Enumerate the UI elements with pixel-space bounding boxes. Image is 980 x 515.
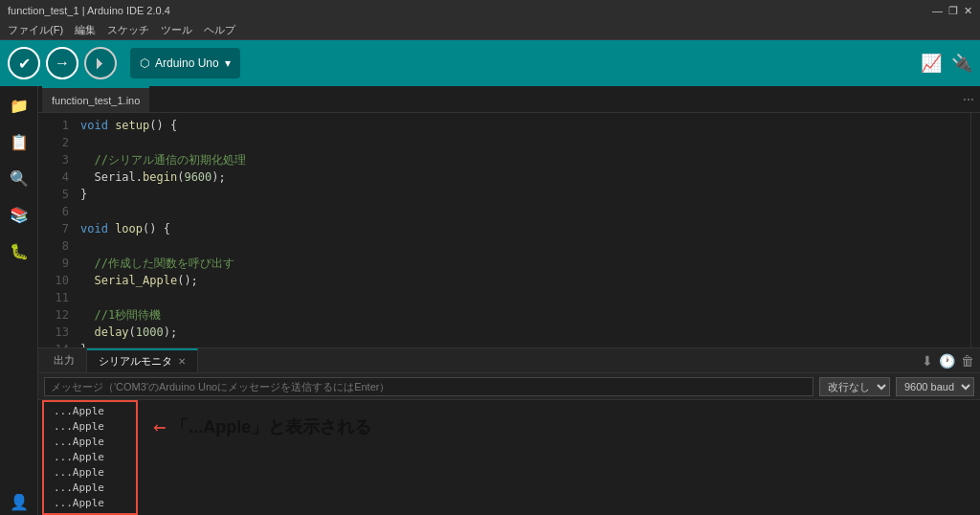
menu-tools[interactable]: ツール [161,23,192,37]
sidebar-icon-debug[interactable]: 🐛 [6,237,33,264]
file-tab[interactable]: function_test_1.ino [42,86,149,112]
minimize-button[interactable]: — [932,5,943,17]
sidebar-icon-library[interactable]: 📚 [6,201,33,228]
code-line-2 [73,134,970,151]
scroll-down-icon[interactable]: ⬇ [922,353,933,369]
serial-line: ...Apple [54,435,972,450]
serial-monitor-tab-close[interactable]: ✕ [178,356,186,367]
restore-button[interactable]: ❐ [948,5,958,17]
serial-lines: ...Apple...Apple...Apple...Apple...Apple… [46,404,972,515]
upload-button[interactable]: → [46,47,78,79]
title-bar-title: function_test_1 | Arduino IDE 2.0.4 [8,5,170,16]
code-line-1: void setup() { [73,117,970,134]
serial-monitor-button[interactable]: 🔌 [951,53,972,74]
trash-icon[interactable]: 🗑 [961,353,974,369]
serial-plot-button[interactable]: 📈 [921,53,942,74]
serial-line: ...Apple [54,465,972,481]
serial-output: ...Apple...Apple...Apple...Apple...Apple… [38,400,980,515]
code-line-4: Serial.begin(9600); [73,168,970,186]
sidebar-icon-board[interactable]: 📋 [6,128,33,155]
board-icon: ⬡ [140,56,149,70]
menu-file[interactable]: ファイル(F) [8,23,63,37]
sidebar: 📁 📋 🔍 📚 🐛 👤 [0,86,38,515]
tab-serial-monitor[interactable]: シリアルモニタ ✕ [87,348,198,372]
serial-line: ...Apple [54,511,972,515]
code-content[interactable]: void setup() { //シリアル通信の初期化処理 Serial.beg… [73,113,970,347]
code-line-8 [73,237,970,255]
file-tab-name: function_test_1.ino [52,95,140,106]
serial-line: ...Apple [54,496,972,511]
code-line-10: Serial_Apple(); [73,272,970,289]
menu-help[interactable]: ヘルプ [204,23,235,37]
serial-line: ...Apple [54,481,972,496]
bottom-panel: 出力 シリアルモニタ ✕ ⬇ 🕐 🗑 改行なし 9 [38,347,980,515]
debug-button[interactable]: ⏵ [84,47,117,79]
file-tab-more[interactable]: ⋯ [963,93,980,106]
code-line-3: //シリアル通信の初期化処理 [73,151,970,168]
serial-line: ...Apple [54,419,972,435]
board-selector[interactable]: ⬡ Arduino Uno ▾ [130,48,240,78]
title-bar: function_test_1 | Arduino IDE 2.0.4 — ❐ … [0,0,980,21]
code-line-11 [73,289,970,306]
menu-edit[interactable]: 編集 [75,23,96,37]
serial-baud-select[interactable]: 9600 baud [896,377,974,396]
code-editor: 12345 678910 1112131415 1617 void setup(… [38,113,980,347]
close-button[interactable]: ✕ [964,5,972,17]
file-tab-bar: function_test_1.ino ⋯ [38,86,980,113]
serial-toolbar: 改行なし 9600 baud [38,373,980,400]
serial-line: ...Apple [54,404,972,419]
menu-sketch[interactable]: スケッチ [107,23,149,37]
title-bar-controls: — ❐ ✕ [932,5,972,17]
bottom-tab-controls: ⬇ 🕐 🗑 [922,353,980,369]
sidebar-icon-account[interactable]: 👤 [6,488,33,515]
editor-scrollbar[interactable] [970,113,980,347]
code-line-6 [73,203,970,220]
bottom-tabs: 出力 シリアルモニタ ✕ ⬇ 🕐 🗑 [38,348,980,373]
dropdown-icon: ▾ [225,56,231,70]
board-name: Arduino Uno [155,56,219,70]
verify-button[interactable]: ✔ [8,47,40,79]
serial-line: ...Apple [54,450,972,465]
serial-lineending-select[interactable]: 改行なし [819,377,890,396]
code-line-9: //作成した関数を呼び出す [73,255,970,272]
code-line-12: //1秒間待機 [73,306,970,324]
sidebar-icon-folder[interactable]: 📁 [6,92,33,119]
code-line-13: delay(1000); [73,324,970,341]
code-line-7: void loop() { [73,220,970,237]
sidebar-icon-search[interactable]: 🔍 [6,165,33,191]
tab-output[interactable]: 出力 [42,348,87,372]
toolbar: ✔ → ⏵ ⬡ Arduino Uno ▾ 📈 🔌 [0,40,980,86]
toolbar-right: 📈 🔌 [921,53,972,74]
menu-bar: ファイル(F) 編集 スケッチ ツール ヘルプ [0,21,980,40]
content-area: function_test_1.ino ⋯ 12345 678910 11121… [38,86,980,515]
clock-icon[interactable]: 🕐 [939,353,955,369]
code-line-5: } [73,186,970,203]
serial-message-input[interactable] [44,377,813,396]
line-numbers: 12345 678910 1112131415 1617 [38,113,73,347]
main-layout: 📁 📋 🔍 📚 🐛 👤 function_test_1.ino ⋯ 12345 … [0,86,980,515]
code-line-14: } [73,341,970,347]
